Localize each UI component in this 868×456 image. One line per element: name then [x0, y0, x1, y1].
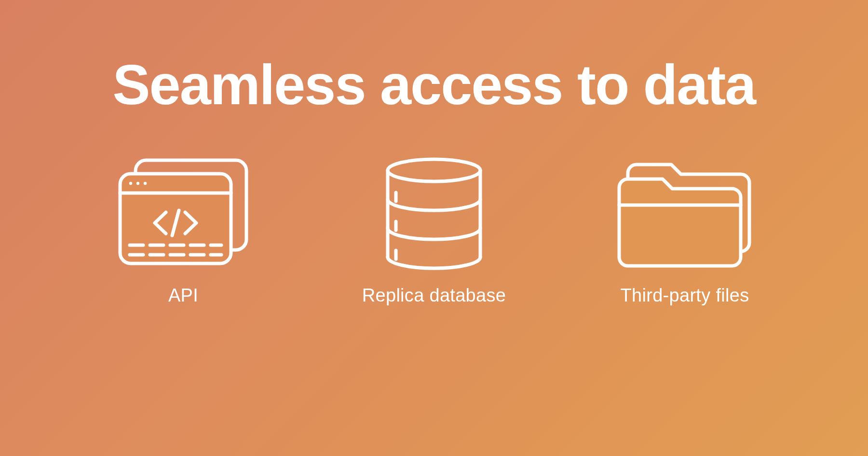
feature-card-api: API [82, 156, 285, 306]
feature-label-api: API [168, 285, 198, 306]
hero-section: Seamless access to data [0, 0, 868, 456]
database-icon [384, 156, 484, 272]
feature-label-database: Replica database [362, 285, 506, 306]
feature-card-database: Replica database [333, 156, 535, 306]
svg-point-4 [136, 182, 139, 185]
svg-point-17 [388, 159, 480, 181]
feature-row: API [82, 156, 786, 306]
svg-point-5 [144, 182, 147, 185]
api-icon [118, 156, 248, 272]
svg-point-3 [129, 182, 132, 185]
feature-label-files: Third-party files [621, 285, 749, 306]
feature-card-files: Third-party files [583, 156, 786, 306]
folder-icon [617, 156, 752, 272]
page-title: Seamless access to data [113, 52, 756, 117]
